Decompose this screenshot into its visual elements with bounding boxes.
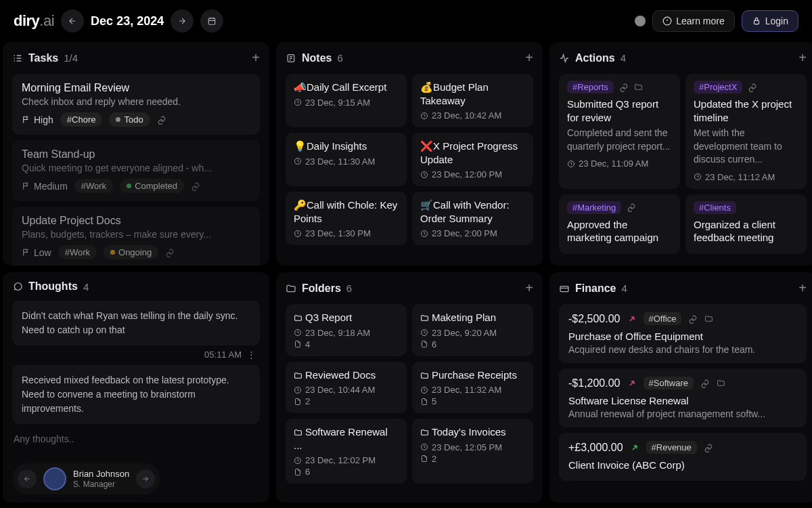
task-tag[interactable]: #Work (74, 179, 113, 193)
link-icon[interactable] (688, 314, 698, 324)
finance-card[interactable]: -$2,500.00 #Office Purchase of Office Eq… (559, 304, 807, 363)
link-icon[interactable] (619, 83, 629, 92)
folders-panel: Folders 6 + Q3 Report 23 Dec, 9:18 AM 4 … (276, 272, 543, 503)
task-card[interactable]: Update Project Docs Plans, budgets, trac… (12, 207, 260, 266)
folder-card[interactable]: Reviewed Docs 23 Dec, 10:44 AM 2 (286, 362, 407, 414)
folders-icon (286, 283, 296, 294)
current-date: Dec 23, 2024 (91, 14, 164, 28)
task-status[interactable]: Ongoing (104, 245, 158, 259)
link-icon[interactable] (704, 443, 713, 452)
folder-card[interactable]: Maketing Plan 23 Dec, 9:20 AM 6 (412, 304, 533, 356)
note-title: 💰Budget Plan Takeaway (420, 81, 525, 107)
user-next-button[interactable] (136, 469, 155, 488)
action-card[interactable]: #Clients Organized a client feedback mee… (685, 194, 807, 254)
sun-icon (635, 16, 646, 26)
add-folder-button[interactable]: + (525, 280, 533, 296)
thoughts-panel: Thoughts 4 Didn't catch what Ryan was te… (3, 272, 269, 503)
finance-tag[interactable]: #Revenue (646, 441, 697, 454)
folder-card[interactable]: Software Renewal ... 23 Dec, 12:02 PM 6 (286, 419, 407, 484)
finance-title: Client Invoice (ABC Corp) (568, 459, 797, 471)
folder-title: Maketing Plan (420, 311, 525, 324)
folder-icon[interactable] (717, 379, 725, 387)
folder-file-count: 5 (420, 396, 525, 406)
task-card[interactable]: Morning Email Review Check inbox and rep… (12, 74, 260, 135)
finance-tag[interactable]: #Software (644, 377, 694, 389)
task-tag[interactable]: #Work (58, 245, 97, 259)
folder-icon[interactable] (704, 314, 713, 323)
note-title: 🔑Call with Chole: Key Points (294, 198, 399, 225)
task-status[interactable]: Todo (109, 112, 150, 127)
finance-card[interactable]: +£3,000.00 #Revenue Client Invoice (ABC … (559, 433, 807, 481)
folder-card[interactable]: Today's Invoices 23 Dec, 12:05 PM 2 (412, 419, 533, 484)
task-priority: Low (22, 247, 51, 258)
notes-panel: Notes 6 + 📣Daily Call Excerpt 23 Dec, 9:… (276, 42, 543, 266)
learn-more-button[interactable]: Learn more (652, 10, 735, 32)
user-prev-button[interactable] (18, 469, 37, 488)
note-card[interactable]: 📣Daily Call Excerpt 23 Dec, 9:15 AM (286, 74, 407, 127)
note-time: 23 Dec, 10:42 AM (420, 110, 525, 121)
link-icon[interactable] (191, 182, 200, 191)
folder-card[interactable]: Q3 Report 23 Dec, 9:18 AM 4 (286, 304, 407, 356)
thoughts-count: 4 (83, 281, 89, 293)
finance-title: Software License Renewal (568, 395, 797, 406)
task-card[interactable]: Team Stand-up Quick meeting to get every… (12, 140, 260, 201)
task-title: Morning Email Review (22, 82, 250, 94)
action-title: Updated the X project timeline (694, 98, 798, 124)
action-chip[interactable]: #Reports (567, 81, 614, 93)
add-finance-button[interactable]: + (798, 280, 807, 296)
add-note-button[interactable]: + (525, 50, 533, 66)
action-chip[interactable]: #Clients (694, 201, 736, 214)
finance-card[interactable]: -$1,200.00 #Software Software License Re… (559, 368, 807, 427)
finance-title: Finance (575, 282, 616, 295)
login-button[interactable]: Login (742, 10, 798, 32)
thought-input[interactable]: Any thoughts.. (12, 428, 260, 450)
notes-title: Notes (302, 52, 332, 64)
action-desc: Met with the development team to discuss… (694, 127, 798, 167)
note-card[interactable]: ❌X Project Progress Update 23 Dec, 12:00… (412, 133, 533, 186)
note-card[interactable]: 💰Budget Plan Takeaway 23 Dec, 10:42 AM (412, 74, 533, 127)
note-title: 📣Daily Call Excerpt (294, 81, 399, 94)
folder-file-count: 4 (294, 339, 399, 350)
task-tag[interactable]: #Chore (60, 112, 103, 127)
action-chip[interactable]: #ProjectX (694, 81, 742, 93)
link-icon[interactable] (157, 115, 166, 125)
folder-card[interactable]: Purchase Receipts 23 Dec, 11:32 AM 5 (412, 362, 533, 414)
logo-suffix: .ai (39, 12, 54, 29)
task-status[interactable]: Completed (120, 179, 184, 193)
finance-amount: +£3,000.00 (568, 442, 623, 454)
action-title: Submitted Q3 report for review (567, 98, 672, 124)
thought-card[interactable]: Received mixed feedback on the latest pr… (12, 365, 260, 424)
link-icon[interactable] (165, 248, 175, 257)
thought-card[interactable]: Didn't catch what Ryan was telling in th… (12, 301, 260, 345)
folder-icon[interactable] (634, 83, 643, 91)
folder-title: Software Renewal ... (294, 425, 399, 452)
add-task-button[interactable]: + (252, 50, 260, 66)
note-card[interactable]: 💡Daily Insights 23 Dec, 11:30 AM (286, 133, 407, 186)
tasks-panel: Tasks 1/4 + Morning Email Review Check i… (3, 42, 269, 266)
action-card[interactable]: #Marketing Approved the marketing campai… (559, 194, 680, 254)
prev-day-button[interactable] (61, 9, 84, 33)
calendar-button[interactable] (200, 9, 223, 33)
action-card[interactable]: #ProjectX Updated the X project timeline… (685, 74, 807, 189)
note-title: 🛒Call with Vendor: Order Summary (420, 198, 525, 225)
theme-toggle[interactable] (635, 16, 646, 26)
action-card[interactable]: #Reports Submitted Q3 report for review … (559, 74, 680, 189)
learn-more-label: Learn more (676, 16, 725, 26)
link-icon[interactable] (627, 203, 636, 212)
folder-time: 23 Dec, 11:32 AM (420, 385, 525, 395)
user-switcher[interactable]: Brian Johnson S. Manager (12, 463, 160, 494)
avatar (43, 467, 66, 490)
folder-file-count: 6 (420, 339, 525, 350)
next-day-button[interactable] (171, 9, 194, 33)
action-chip[interactable]: #Marketing (567, 201, 621, 214)
add-action-button[interactable]: + (798, 50, 807, 66)
thoughts-title: Thoughts (28, 280, 78, 293)
more-icon[interactable]: ⋮ (247, 350, 256, 360)
note-card[interactable]: 🛒Call with Vendor: Order Summary 23 Dec,… (412, 192, 533, 245)
note-card[interactable]: 🔑Call with Chole: Key Points 23 Dec, 1:3… (286, 192, 407, 245)
finance-desc: Acquired new desks and chairs for the te… (568, 344, 797, 355)
tasks-icon (12, 53, 23, 64)
link-icon[interactable] (700, 379, 710, 388)
link-icon[interactable] (748, 83, 757, 92)
finance-tag[interactable]: #Office (644, 312, 682, 325)
